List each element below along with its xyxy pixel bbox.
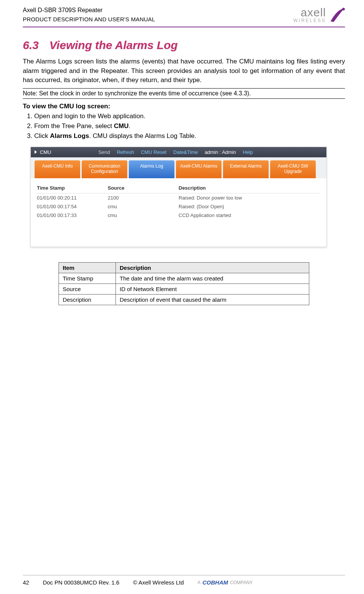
- legend-table: Item Description Time Stamp The date and…: [59, 262, 309, 305]
- page-footer: 42 Doc PN 00038UMCD Rev. 1.6 © Axell Wir…: [23, 575, 345, 586]
- legend-desc: The date and time the alarm was created: [116, 273, 309, 284]
- step-2-bold: CMU: [114, 122, 129, 130]
- swoosh-icon: [328, 7, 345, 24]
- help-link[interactable]: Help: [243, 149, 253, 155]
- cell-src: cmu: [108, 202, 179, 211]
- cell-desc: Raised: Donor power too low: [179, 193, 320, 202]
- section-heading: 6.3Viewing the Alarms Log: [23, 39, 345, 52]
- topbar-title: CMU: [40, 149, 51, 155]
- instruction-title: To view the CMU log screen:: [23, 103, 345, 110]
- legend-row: Time Stamp The date and time the alarm w…: [59, 273, 309, 284]
- step-3-pre: Click: [34, 132, 50, 139]
- document-type: PRODUCT DESCRIPTION AND USER'S MANUAL: [23, 16, 155, 22]
- table-row: 01/01/00 00:17:33 cmu CCD Application st…: [37, 211, 320, 220]
- datetime-link[interactable]: Date&Time: [173, 149, 198, 155]
- company-block: A COBHAM COMPANY: [198, 579, 253, 586]
- app-screenshot: CMU Send Refresh CMU Reset Date&Time adm…: [30, 147, 327, 247]
- legend-h-item: Item: [59, 262, 116, 273]
- company-prefix: A: [198, 580, 201, 585]
- col-description: Description: [179, 183, 320, 193]
- screenshot-content: Time Stamp Source Description 01/01/00 0…: [31, 178, 326, 247]
- table-header-row: Time Stamp Source Description: [37, 183, 320, 193]
- col-source: Source: [108, 183, 179, 193]
- header-text-block: Axell D-SBR 3709S Repeater PRODUCT DESCR…: [23, 7, 155, 23]
- page-number: 42: [23, 579, 29, 586]
- step-2-pre: From the Tree Pane, select: [34, 122, 114, 130]
- alarms-log-table: Time Stamp Source Description 01/01/00 0…: [37, 183, 320, 220]
- col-timestamp: Time Stamp: [37, 183, 108, 193]
- table-row: 01/01/00 00:20:11 2100 Raised: Donor pow…: [37, 193, 320, 202]
- tab-cmu-alarms[interactable]: Axell-CMU Alarms: [176, 160, 222, 178]
- legend-h-desc: Description: [116, 262, 309, 273]
- cell-src: cmu: [108, 211, 179, 220]
- cell-src: 2100: [108, 193, 179, 202]
- chevron-right-icon[interactable]: [35, 150, 37, 154]
- logo-sub: WIRELESS: [293, 18, 326, 23]
- product-name: Axell D-SBR 3709S Repeater: [23, 7, 155, 14]
- tabs-bar: Axell-CMU Info Communication Configurati…: [31, 157, 326, 178]
- step-3: Click Alarms Logs. CMU displays the Alar…: [34, 132, 345, 140]
- svg-point-0: [342, 8, 345, 11]
- step-1-text: Open and login to the Web application.: [34, 112, 146, 120]
- topbar-title-area: CMU: [35, 149, 92, 155]
- steps-list: Open and login to the Web application. F…: [23, 112, 345, 140]
- cmu-reset-link[interactable]: CMU Reset: [141, 149, 166, 155]
- send-link[interactable]: Send: [98, 149, 110, 155]
- tab-sw-upgrade[interactable]: Axell-CMU SW Upgrade: [270, 160, 316, 178]
- step-2-post: .: [128, 122, 130, 130]
- intro-paragraph: The Alarms Logs screen lists the alarms …: [23, 57, 345, 85]
- legend-desc: Description of event that caused the ala…: [116, 294, 309, 305]
- page-header: Axell D-SBR 3709S Repeater PRODUCT DESCR…: [23, 7, 345, 24]
- tab-cmu-info[interactable]: Axell-CMU Info: [35, 160, 80, 178]
- refresh-link[interactable]: Refresh: [117, 149, 134, 155]
- legend-row: Description Description of event that ca…: [59, 294, 309, 305]
- tab-external-alarms[interactable]: External Alarms: [223, 160, 269, 178]
- brand-logo: axell WIRELESS: [293, 7, 345, 24]
- cell-desc: CCD Application started: [179, 211, 320, 220]
- legend-item: Source: [59, 284, 116, 294]
- cell-ts: 01/01/00 00:17:54: [37, 202, 108, 211]
- step-3-bold: Alarms Logs: [50, 132, 89, 139]
- step-3-post: . CMU displays the Alarms Log Table.: [89, 132, 196, 139]
- header-rule: [23, 27, 345, 27]
- app-topbar: CMU Send Refresh CMU Reset Date&Time adm…: [31, 147, 326, 157]
- company-suffix: COMPANY: [230, 580, 253, 585]
- step-2: From the Tree Pane, select CMU.: [34, 122, 345, 130]
- tab-alarms-log[interactable]: Alarms Log: [129, 160, 174, 178]
- legend-item: Time Stamp: [59, 273, 116, 284]
- step-1: Open and login to the Web application.: [34, 112, 345, 120]
- logo-main: axell: [301, 6, 326, 19]
- logo-text: axell WIRELESS: [293, 7, 326, 23]
- note-block: Note: Set the clock in order to synchron…: [23, 88, 345, 99]
- legend-row: Source ID of Network Element: [59, 284, 309, 294]
- table-row: 01/01/00 00:17:54 cmu Raised: (Door Open…: [37, 202, 320, 211]
- cell-desc: Raised: (Door Open): [179, 202, 320, 211]
- legend-header-row: Item Description: [59, 262, 309, 273]
- cell-ts: 01/01/00 00:17:33: [37, 211, 108, 220]
- admin-label: admin : Admin: [205, 149, 236, 155]
- legend-desc: ID of Network Element: [116, 284, 309, 294]
- doc-reference: Doc PN 00038UMCD Rev. 1.6: [43, 579, 119, 586]
- cell-ts: 01/01/00 00:20:11: [37, 193, 108, 202]
- section-title: Viewing the Alarms Log: [49, 39, 178, 51]
- section-number: 6.3: [23, 39, 39, 51]
- cobham-logo: COBHAM: [203, 579, 228, 586]
- legend-item: Description: [59, 294, 116, 305]
- tab-comm-config[interactable]: Communication Configuration: [82, 160, 127, 178]
- copyright: © Axell Wireless Ltd: [133, 579, 184, 586]
